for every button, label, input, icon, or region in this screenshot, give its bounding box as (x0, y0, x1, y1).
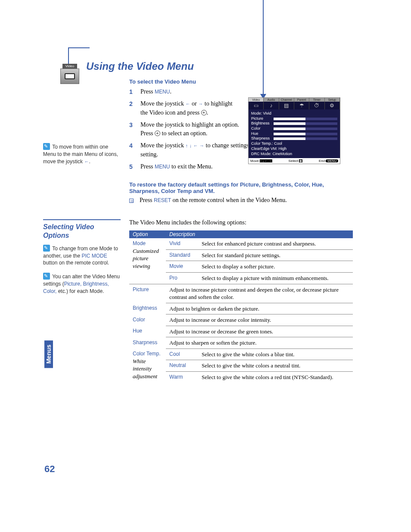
step-number: 4 (129, 141, 134, 159)
osd-mode: Mode: Vivid (251, 111, 337, 116)
osd-tab-timer: Timer (309, 98, 324, 102)
osd-footer: Move:↑↓←→ Select:⊕ End:MENU (249, 158, 340, 164)
tip-pic-mode: To change from one Mode to another, use … (43, 245, 121, 267)
osd-colortemp: Color Temp.: Cool (251, 141, 337, 146)
page-number: 62 (44, 464, 55, 475)
desc-cool-text: Select to give the white colors a blue t… (198, 348, 353, 360)
bullet-icon (129, 199, 134, 203)
desc-standard-text: Select for standard picture settings. (198, 249, 353, 261)
desc-vivid: Vivid (166, 238, 198, 249)
section-heading-restore: To restore the factory default settings … (129, 181, 353, 194)
osd-tabs: Video Audio Channel Parent Timer Setup (249, 98, 340, 102)
section-heading-select: To select the Video Menu (129, 78, 353, 85)
tip-icon (43, 143, 50, 150)
desc-vivid-text: Select for enhanced picture contrast and… (198, 238, 353, 249)
timer-icon: ⏱ (309, 102, 324, 109)
page-title: Using the Video Menu (86, 60, 353, 72)
th-option: Option (129, 230, 166, 238)
osd-label: Color (251, 126, 272, 131)
desc-color-text: Adjust to increase or decrease color int… (166, 314, 353, 326)
step-number: 1 (129, 87, 134, 96)
step-text: Move the joystick to highlight an option… (140, 121, 240, 138)
desc-neutral-text: Select to give the white colors a neutra… (198, 360, 353, 372)
step-number: 2 (129, 100, 134, 117)
desc-neutral: Neutral (166, 360, 198, 372)
slider-bar (274, 128, 337, 130)
slider-bar (274, 122, 337, 125)
desc-pro-text: Select to display a picture with minimum… (198, 273, 353, 284)
step-number: 5 (129, 162, 134, 171)
osd-drc: DRC Mode: CineMotion (251, 152, 337, 157)
osd-tab-audio: Audio (264, 98, 279, 102)
osd-tab-channel: Channel (279, 98, 294, 102)
tip-move-joystick: To move from within one Menu to the main… (43, 143, 121, 165)
opt-color: Color (129, 314, 166, 326)
osd-label: Picture (251, 116, 272, 121)
opt-colortemp: Color Temp.White intensity adjustment (129, 348, 166, 383)
side-tab-menus: Menus (44, 340, 53, 368)
tip-alter-settings: You can alter the Video Menu settings (P… (43, 273, 121, 295)
desc-hue-text: Adjust to increase or decrease the green… (166, 326, 353, 337)
step-text: Press MENU. (140, 87, 240, 96)
osd-label: Sharpness (251, 136, 272, 141)
osd-screenshot: Video Audio Channel Parent Timer Setup ▭… (248, 97, 340, 164)
desc-standard: Standard (166, 249, 198, 261)
opt-picture: Picture (129, 284, 166, 303)
osd-label: Hue (251, 131, 272, 137)
select-button-icon (201, 110, 207, 115)
opt-hue: Hue (129, 326, 166, 337)
tip-icon (43, 273, 50, 280)
tip-icon (43, 245, 50, 252)
parent-icon: ☂ (294, 102, 309, 109)
desc-movie-text: Select to display a softer picture. (198, 261, 353, 273)
setup-icon: ⚙ (325, 102, 340, 109)
slider-bar (274, 137, 337, 140)
desc-warm: Warm (166, 371, 198, 383)
channel-icon: ▤ (279, 102, 294, 109)
options-table: Option Description ModeCustomized pictur… (129, 230, 353, 383)
osd-tab-setup: Setup (325, 98, 340, 102)
step-number: 3 (129, 121, 134, 138)
th-description: Description (166, 230, 353, 238)
desc-movie: Movie (166, 261, 198, 273)
osd-tab-parent: Parent (294, 98, 309, 102)
step-text: Move the joystick ← or → to highlight th… (140, 100, 240, 117)
desc-cool: Cool (166, 348, 198, 360)
tip-text: To change from one Mode to another, use … (43, 246, 118, 266)
osd-tab-video: Video (249, 98, 264, 102)
desc-pro: Pro (166, 273, 198, 284)
opt-brightness: Brightness (129, 303, 166, 314)
opt-sharpness: Sharpness (129, 337, 166, 349)
tv-icon: ▭ (249, 102, 264, 109)
desc-picture-text: Adjust to increase picture contrast and … (166, 284, 353, 303)
tip-text: To move from within one Menu to the main… (43, 144, 118, 165)
opt-mode: ModeCustomized picture viewing (129, 238, 166, 284)
audio-icon: ♪ (264, 102, 279, 109)
options-intro: The Video Menu includes the following op… (129, 219, 353, 226)
select-button-icon (155, 131, 160, 136)
slider-bar (274, 118, 337, 120)
desc-warm-text: Select to give the white colors a red ti… (198, 371, 353, 383)
osd-icon-row: ▭ ♪ ▤ ☂ ⏱ ⚙ (249, 102, 340, 109)
desc-brightness-text: Adjust to brighten or darken the picture… (166, 303, 353, 314)
desc-sharpness-text: Adjust to sharpen or soften the picture. (166, 337, 353, 349)
restore-bullet: Press RESET on the remote control when i… (129, 197, 353, 204)
section-heading-options: Selecting Video Options (43, 219, 121, 239)
slider-bar (274, 133, 337, 135)
osd-clearedge: ClearEdge VM: High (251, 146, 337, 152)
tip-text: You can alter the Video Menu settings (P… (43, 274, 120, 294)
osd-label: Brightness (251, 121, 272, 126)
